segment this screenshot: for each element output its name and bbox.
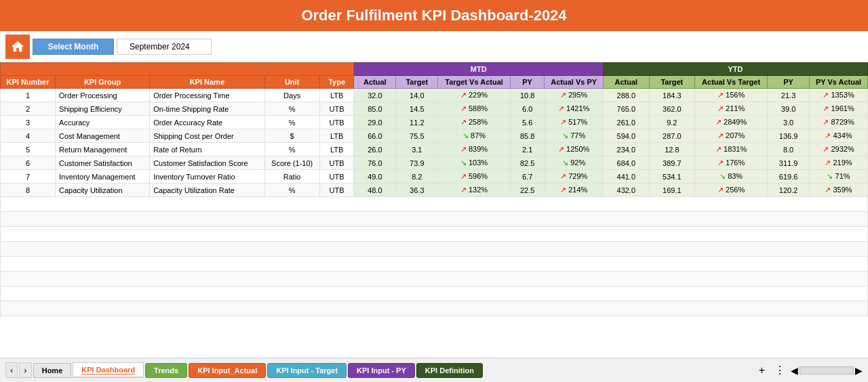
cell-kpi-num: 6 xyxy=(1,156,56,170)
cell-mtd-target: 14.0 xyxy=(396,89,438,102)
cell-ytd-py: 136.9 xyxy=(768,129,810,143)
red-arrow-icon: ↗ xyxy=(825,131,831,140)
cell-mtd-avp: ↗ 1250% xyxy=(545,143,604,156)
red-arrow-icon: ↗ xyxy=(460,172,467,180)
col-mtd-actual: Actual xyxy=(354,76,396,89)
cell-mtd-tva: ↗ 229% xyxy=(438,89,511,102)
cell-mtd-target: 73.9 xyxy=(396,156,438,170)
tab-kpi-input-actual[interactable]: KPI Input_Actual xyxy=(189,363,266,378)
red-arrow-icon: ↗ xyxy=(460,118,467,126)
cell-kpi-num: 4 xyxy=(1,129,56,143)
table-row: 4 Cost Management Shipping Cost per Orde… xyxy=(1,129,868,143)
cell-mtd-actual: 76.0 xyxy=(354,156,396,170)
cell-mtd-py: 6.7 xyxy=(510,170,545,184)
cell-kpi-name: On-time Shipping Rate xyxy=(150,102,264,116)
cell-mtd-py: 22.5 xyxy=(510,184,545,197)
red-arrow-icon: ↗ xyxy=(460,145,467,153)
cell-ytd-avt: ↗ 176% xyxy=(695,156,768,170)
cell-ytd-target: 389.7 xyxy=(649,156,695,170)
cell-unit: % xyxy=(264,116,319,129)
tab-prev-button[interactable]: ‹ xyxy=(5,362,18,378)
col-kpi-name: KPI Name xyxy=(150,76,264,89)
red-arrow-icon: ↗ xyxy=(717,104,724,112)
red-arrow-icon: ↗ xyxy=(715,145,722,153)
cell-ytd-py: 21.3 xyxy=(768,89,810,102)
cell-type: UTB xyxy=(319,116,354,129)
tab-kpi-definition[interactable]: KPI Definition xyxy=(416,363,483,378)
cell-mtd-py: 82.5 xyxy=(510,156,545,170)
cell-kpi-group: Customer Satisfaction xyxy=(56,156,150,170)
cell-kpi-num: 8 xyxy=(1,184,56,197)
tab-kpi-input-target[interactable]: KPI Input - Target xyxy=(267,363,347,378)
cell-mtd-tva: ↘ 87% xyxy=(438,129,511,143)
col-ytd-py: PY xyxy=(768,76,810,89)
cell-ytd-avt: ↗ 1831% xyxy=(695,143,768,156)
empty-row xyxy=(1,197,868,212)
cell-ytd-avt: ↗ 2849% xyxy=(695,116,768,129)
green-arrow-icon: ↘ xyxy=(562,131,568,140)
cell-mtd-avp: ↗ 729% xyxy=(545,170,604,184)
cell-ytd-actual: 288.0 xyxy=(604,89,650,102)
red-arrow-icon: ↗ xyxy=(823,145,829,153)
red-arrow-icon: ↗ xyxy=(823,118,829,126)
col-ytd-target: Target xyxy=(649,76,695,89)
cell-mtd-target: 3.1 xyxy=(396,143,438,156)
cell-ytd-avt: ↘ 83% xyxy=(695,170,768,184)
kpi-table-container: MTD YTD KPI Number KPI Group KPI Name Un… xyxy=(0,62,868,358)
tab-kpi-input-py[interactable]: KPI Input - PY xyxy=(348,363,415,378)
select-month-button[interactable]: Select Month xyxy=(33,39,114,55)
tab-bar: ‹ › Home KPI Dashboard Trends KPI Input_… xyxy=(0,358,868,382)
tab-next-button[interactable]: › xyxy=(19,362,31,378)
cell-kpi-group: Order Processing xyxy=(56,89,150,102)
cell-mtd-tva: ↗ 132% xyxy=(438,184,511,197)
tab-trends[interactable]: Trends xyxy=(145,363,187,378)
red-arrow-icon: ↗ xyxy=(717,158,724,167)
col-unit: Unit xyxy=(264,76,319,89)
red-arrow-icon: ↗ xyxy=(560,118,566,126)
dashboard-title: Order Fulfilment KPI Dashboard-2024 xyxy=(301,7,566,24)
dashboard-header: Order Fulfilment KPI Dashboard-2024 xyxy=(0,0,868,31)
cell-type: LTB xyxy=(319,129,354,143)
cell-mtd-actual: 85.0 xyxy=(354,102,396,116)
tab-more-button[interactable]: ⋮ xyxy=(770,362,789,378)
cell-mtd-target: 36.3 xyxy=(396,184,438,197)
cell-mtd-py: 10.8 xyxy=(510,89,545,102)
cell-mtd-target: 75.5 xyxy=(396,129,438,143)
cell-mtd-actual: 29.0 xyxy=(354,116,396,129)
cell-ytd-pva: ↗ 1961% xyxy=(810,102,868,116)
red-arrow-icon: ↗ xyxy=(823,104,829,112)
green-arrow-icon: ↘ xyxy=(460,158,467,167)
cell-unit: Ratio xyxy=(264,170,319,184)
home-icon[interactable] xyxy=(5,35,30,59)
tab-scrollbar[interactable] xyxy=(800,366,854,375)
tab-scroll-left[interactable]: ◀ xyxy=(791,365,798,376)
cell-kpi-group: Return Management xyxy=(56,143,150,156)
table-row: 8 Capacity Utilization Capacity Utilizat… xyxy=(1,184,868,197)
tab-kpi-dashboard[interactable]: KPI Dashboard xyxy=(73,362,144,378)
table-row: 6 Customer Satisfaction Customer Satisfa… xyxy=(1,156,868,170)
tab-scroll-right[interactable]: ▶ xyxy=(855,365,863,376)
tab-home[interactable]: Home xyxy=(33,363,72,378)
red-arrow-icon: ↗ xyxy=(460,186,467,194)
cell-ytd-actual: 234.0 xyxy=(604,143,650,156)
red-arrow-icon: ↗ xyxy=(825,158,831,167)
table-row: 2 Shipping Efficiency On-time Shipping R… xyxy=(1,102,868,116)
green-arrow-icon: ↘ xyxy=(719,172,726,180)
col-type: Type xyxy=(319,76,354,89)
empty-row xyxy=(1,242,868,257)
empty-row xyxy=(1,301,868,316)
cell-kpi-name: Order Accuracy Rate xyxy=(150,116,264,129)
red-arrow-icon: ↗ xyxy=(560,91,566,99)
tab-add-button[interactable]: + xyxy=(755,363,769,378)
cell-ytd-py: 8.0 xyxy=(768,143,810,156)
red-arrow-icon: ↗ xyxy=(558,104,564,112)
cell-ytd-actual: 684.0 xyxy=(604,156,650,170)
col-ytd-pva: PY Vs Actual xyxy=(810,76,868,89)
cell-ytd-avt: ↗ 256% xyxy=(695,184,768,197)
cell-ytd-avt: ↗ 211% xyxy=(695,102,768,116)
cell-mtd-avp: ↘ 77% xyxy=(545,129,604,143)
cell-mtd-actual: 49.0 xyxy=(354,170,396,184)
cell-mtd-avp: ↗ 1421% xyxy=(545,102,604,116)
cell-mtd-tva: ↗ 839% xyxy=(438,143,511,156)
kpi-table: MTD YTD KPI Number KPI Group KPI Name Un… xyxy=(0,62,868,316)
